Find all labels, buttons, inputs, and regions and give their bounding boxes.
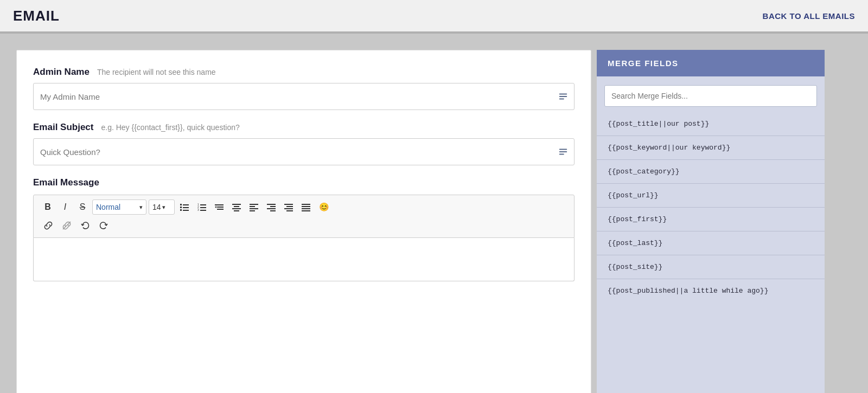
merge-field-item[interactable]: {{post_first}}	[597, 207, 825, 231]
align-right-button[interactable]	[264, 199, 279, 215]
toolbar-row-2	[40, 218, 567, 233]
svg-rect-4	[559, 151, 567, 152]
svg-rect-30	[250, 210, 255, 211]
admin-name-input[interactable]	[33, 83, 575, 110]
svg-rect-11	[183, 210, 189, 211]
justify-icon	[302, 203, 310, 211]
admin-name-label-row: Admin Name The recipient will not see th…	[33, 67, 575, 78]
svg-marker-22	[215, 206, 216, 208]
style-select[interactable]: Normal ▾	[92, 199, 146, 215]
svg-rect-31	[267, 204, 276, 205]
align-left-icon	[250, 203, 258, 211]
unlink-button[interactable]	[59, 218, 75, 233]
svg-rect-20	[217, 209, 224, 210]
strikethrough-button[interactable]: S	[75, 199, 90, 215]
svg-rect-25	[232, 208, 241, 209]
font-size-arrow: ▾	[162, 204, 165, 211]
editor-toolbar: B I S Normal ▾ 14 ▾	[33, 195, 575, 238]
unordered-list-button[interactable]	[177, 199, 192, 215]
merge-field-item[interactable]: {{post_published||a little while ago}}	[597, 279, 825, 302]
merge-fields-list: {{post_title||our post}}{{post_keyword||…	[597, 112, 825, 302]
svg-rect-7	[183, 204, 189, 205]
page-header: EMAIL BACK TO ALL EMAILS	[0, 0, 868, 33]
admin-name-input-wrapper	[33, 83, 575, 110]
ordered-list-button[interactable]: 1 2 3	[194, 199, 209, 215]
email-subject-input-icon	[558, 147, 568, 157]
email-message-label: Email Message	[33, 177, 575, 188]
outdent-button[interactable]	[212, 199, 227, 215]
align-right2-icon	[284, 203, 293, 211]
svg-rect-2	[559, 99, 564, 100]
svg-rect-41	[302, 208, 310, 209]
svg-rect-10	[180, 209, 182, 211]
bold-button[interactable]: B	[40, 199, 55, 215]
toolbar-row-1: B I S Normal ▾ 14 ▾	[40, 199, 567, 215]
admin-name-input-icon	[558, 92, 568, 101]
svg-rect-42	[302, 210, 310, 211]
align-center-icon	[232, 203, 241, 211]
svg-rect-1	[559, 96, 567, 97]
main-content: Admin Name The recipient will not see th…	[0, 34, 868, 393]
font-size-select[interactable]: 14 ▾	[149, 199, 175, 215]
justify-button[interactable]	[298, 199, 314, 215]
svg-rect-23	[232, 204, 241, 205]
svg-rect-34	[270, 210, 276, 211]
emoji-button[interactable]: 😊	[316, 199, 333, 215]
svg-rect-15	[200, 207, 206, 208]
merge-field-item[interactable]: {{post_site}}	[597, 255, 825, 279]
font-size-label: 14	[152, 203, 161, 211]
email-subject-hint: e.g. Hey {{contact_first}}, quick questi…	[101, 123, 239, 132]
svg-rect-32	[270, 206, 276, 207]
svg-rect-35	[284, 204, 293, 205]
admin-name-field-group: Admin Name The recipient will not see th…	[33, 67, 575, 110]
undo-button[interactable]	[77, 218, 93, 233]
email-message-field-group: Email Message B I S Normal ▾	[33, 177, 575, 281]
svg-rect-3	[559, 149, 567, 150]
merge-field-item[interactable]: {{post_last}}	[597, 231, 825, 255]
list-ul-icon	[180, 203, 189, 211]
merge-fields-panel: MERGE FIELDS {{post_title||our post}}{{p…	[597, 50, 825, 393]
merge-field-item[interactable]: {{post_title||our post}}	[597, 112, 825, 136]
merge-field-item[interactable]: {{post_url}}	[597, 183, 825, 207]
link-icon	[43, 221, 53, 230]
admin-name-hint: The recipient will not see this name	[97, 68, 216, 76]
email-subject-label-row: Email Subject e.g. Hey {{contact_first}}…	[33, 122, 575, 133]
svg-rect-0	[559, 94, 567, 95]
align-left-button[interactable]	[246, 199, 261, 215]
undo-icon	[80, 221, 90, 230]
svg-rect-13	[200, 204, 206, 205]
email-form-panel: Admin Name The recipient will not see th…	[16, 50, 591, 393]
link-button[interactable]	[40, 218, 56, 233]
svg-rect-17	[200, 210, 206, 211]
align-right-icon	[267, 203, 276, 211]
svg-rect-6	[180, 204, 182, 205]
style-select-arrow: ▾	[139, 204, 143, 211]
align-right2-button[interactable]	[281, 199, 296, 215]
svg-rect-39	[302, 204, 310, 205]
svg-rect-27	[250, 204, 258, 205]
admin-name-label: Admin Name	[33, 67, 90, 78]
svg-rect-29	[250, 208, 258, 209]
list-ol-icon: 1 2 3	[197, 203, 206, 211]
svg-rect-37	[284, 208, 293, 209]
back-to-all-emails-link[interactable]: BACK TO ALL EMAILS	[763, 11, 855, 21]
svg-rect-8	[180, 207, 182, 208]
svg-rect-40	[302, 206, 310, 207]
align-center-button[interactable]	[229, 199, 244, 215]
email-message-editor[interactable]	[33, 238, 575, 281]
style-select-label: Normal	[96, 203, 137, 211]
merge-field-item[interactable]: {{post_category}}	[597, 159, 825, 183]
redo-button[interactable]	[95, 218, 112, 233]
italic-button[interactable]: I	[58, 199, 73, 215]
svg-rect-5	[559, 154, 564, 155]
merge-fields-header: MERGE FIELDS	[597, 50, 825, 76]
svg-rect-26	[234, 210, 239, 211]
email-subject-input[interactable]	[33, 138, 575, 165]
merge-search-input[interactable]	[604, 85, 817, 107]
email-subject-field-group: Email Subject e.g. Hey {{contact_first}}…	[33, 122, 575, 165]
svg-rect-24	[234, 206, 239, 207]
outdent-icon	[215, 203, 224, 211]
svg-rect-18	[215, 204, 224, 205]
redo-icon	[99, 221, 108, 230]
merge-field-item[interactable]: {{post_keyword||our keyword}}	[597, 136, 825, 159]
